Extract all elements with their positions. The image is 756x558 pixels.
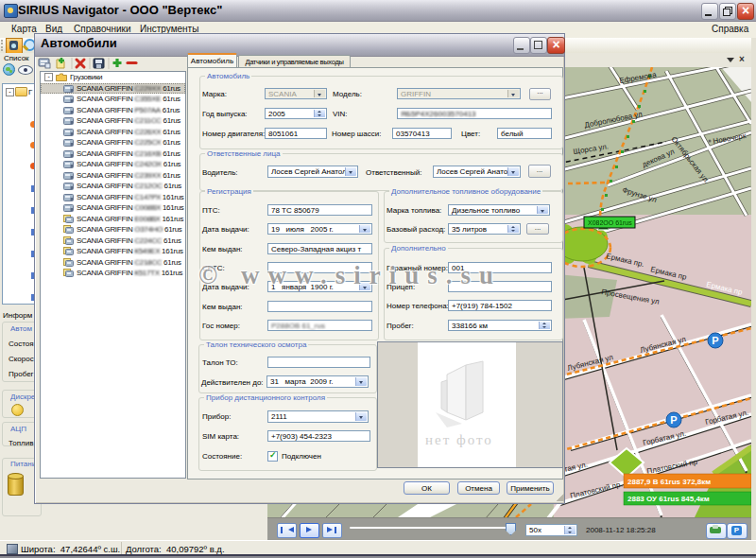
svg-text:Новочерк: Новочерк (713, 131, 747, 146)
svg-text:Х082ОО 61rus: Х082ОО 61rus (588, 219, 632, 226)
svg-text:P: P (712, 335, 718, 346)
svg-text:2883 ОУ 61rus 845,4км: 2883 ОУ 61rus 845,4км (627, 495, 710, 503)
svg-text:P: P (670, 414, 677, 426)
svg-text:2887,9 В 61rus 372,8км: 2887,9 В 61rus 372,8км (627, 478, 711, 486)
